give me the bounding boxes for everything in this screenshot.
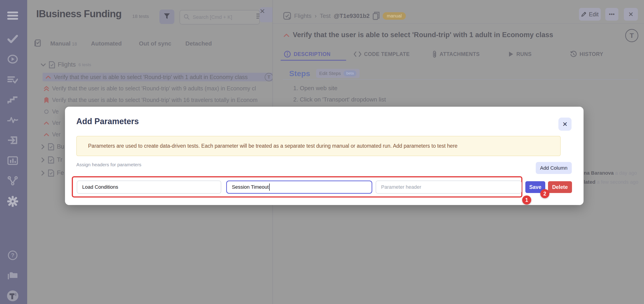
tab-automated[interactable]: Automated	[91, 40, 122, 47]
suite-doc-icon	[48, 156, 54, 164]
import-box-arrow-icon[interactable]	[6, 134, 19, 146]
add-column-button[interactable]: Add Column	[536, 162, 572, 174]
code-icon	[354, 52, 362, 57]
search-input[interactable]	[192, 14, 245, 20]
tab-out-of-sync[interactable]: Out of sync	[139, 40, 172, 47]
tab-runs[interactable]: RUNS	[508, 51, 532, 57]
more-actions-button[interactable]: •••	[605, 8, 618, 20]
tree-folder-label: Flights	[58, 61, 76, 68]
plans-list-check-icon[interactable]	[6, 74, 19, 86]
steps-heading: Steps	[289, 69, 310, 78]
edit-button[interactable]: Edit	[579, 8, 601, 20]
tab-manual-count: 18	[72, 42, 77, 46]
testomat-logo[interactable]	[6, 290, 19, 302]
annotation-step-1: 1	[522, 196, 531, 204]
delete-button[interactable]: Delete	[548, 181, 572, 193]
tree-folder-collapsed[interactable]: Tr	[41, 154, 62, 166]
test-title: Verify that the user is able to select '…	[293, 31, 553, 39]
test-row-selected[interactable]: Verify that the user is able to select '…	[42, 73, 274, 81]
tab-description[interactable]: DESCRIPTION	[284, 50, 330, 58]
chevron-right-icon[interactable]	[41, 144, 44, 149]
meta-author-line: na Baranova a day ago	[584, 168, 643, 178]
step-item: 1. Open web site	[293, 85, 338, 92]
status-badge: manual	[383, 12, 406, 20]
info-icon	[284, 50, 291, 58]
breadcrumb-test-label: Test	[320, 12, 330, 20]
tests-check-icon[interactable]	[6, 32, 19, 45]
meta-info: na Baranova a day ago lated a few second…	[584, 168, 643, 187]
parameter-header-input-2-focused[interactable]: Session Timeout	[226, 180, 372, 194]
settings-gear-icon[interactable]	[6, 195, 19, 208]
chevron-right-icon[interactable]	[41, 170, 44, 176]
help-question-icon[interactable]: ?	[6, 249, 19, 262]
suite-doc-icon	[48, 143, 54, 150]
priority-high-icon	[43, 122, 50, 124]
test-row[interactable]: Verify that the user is able to select '…	[43, 94, 272, 106]
priority-high-icon	[45, 76, 52, 78]
breadcrumb-folder[interactable]: Flights	[294, 12, 312, 20]
test-title: Ver	[52, 120, 61, 126]
tab-label: RUNS	[516, 51, 532, 57]
projects-folders-icon[interactable]	[6, 269, 19, 282]
analytics-bar-chart-icon[interactable]	[6, 154, 19, 167]
tab-detached[interactable]: Detached	[186, 40, 212, 47]
search-box	[180, 10, 260, 24]
svg-text:?: ?	[11, 252, 14, 258]
menu-icon[interactable]	[6, 9, 19, 22]
filter-close-button[interactable]: ✕	[260, 7, 274, 22]
header-divider	[273, 24, 644, 24]
branch-icon[interactable]	[6, 174, 19, 187]
steps-header: Steps Edit Steps beta	[289, 69, 360, 78]
edit-steps-button[interactable]: Edit Steps beta	[316, 69, 360, 78]
tab-manual[interactable]: Manual18	[50, 40, 77, 47]
paperclip-icon	[432, 50, 437, 58]
clipboard-check-icon	[34, 40, 41, 48]
tree-folder-flights[interactable]: Flights 6 tests	[41, 59, 91, 70]
tree-folder-collapsed[interactable]: Fe	[41, 167, 64, 179]
tab-history[interactable]: HISTORY	[570, 51, 603, 58]
chevron-right-icon[interactable]	[41, 158, 44, 162]
run-play-icon[interactable]	[6, 53, 19, 66]
beta-badge: beta	[344, 70, 356, 76]
synced-badge-icon: T	[265, 73, 273, 81]
suite-tabs: Manual18 Automated Out of sync Detached	[34, 38, 212, 48]
tree-folder-collapsed[interactable]: Bu	[41, 141, 64, 152]
suite-doc-icon	[49, 61, 55, 68]
funnel-icon	[164, 13, 170, 20]
tree-folder-label: Tr	[57, 156, 62, 163]
edit-steps-label: Edit Steps	[319, 71, 341, 76]
test-row[interactable]: Verify that the user is able to select '…	[43, 83, 272, 94]
tree-folder-label: Bu	[57, 143, 64, 150]
detail-tabs: DESCRIPTION CODE TEMPLATE ATTACHMENTS RU…	[284, 50, 603, 58]
parameter-header-input-1[interactable]	[77, 180, 221, 194]
history-icon	[570, 51, 577, 58]
synced-badge-icon[interactable]: T	[625, 29, 638, 42]
modal-close-button[interactable]: ✕	[558, 118, 572, 131]
pencil-icon	[581, 12, 586, 17]
bookmark-icon	[43, 97, 50, 103]
modal-title: Add Parameters	[76, 117, 139, 126]
active-tab-underline	[280, 60, 346, 61]
priority-high-icon	[43, 133, 50, 136]
tab-label: DESCRIPTION	[294, 51, 330, 57]
add-parameters-modal: Add Parameters ✕ Parameters are used to …	[65, 107, 584, 205]
priority-high-icon	[284, 34, 289, 37]
tab-code-template[interactable]: CODE TEMPLATE	[354, 51, 410, 57]
info-banner: Parameters are used to create data-drive…	[76, 136, 561, 156]
chevron-down-icon[interactable]	[41, 63, 46, 66]
test-title-row: Verify that the user is able to select '…	[284, 31, 624, 39]
test-title: Ver	[52, 131, 61, 138]
breadcrumb: Flights › Test @T1e9301b2 manual	[283, 12, 406, 20]
copy-icon[interactable]	[373, 12, 380, 20]
milestones-stairs-icon[interactable]	[6, 94, 19, 106]
tab-attachments[interactable]: ATTACHMENTS	[432, 50, 480, 58]
search-icon	[184, 14, 190, 20]
pulse-activity-icon[interactable]	[6, 114, 19, 126]
suite-tests-count: 18 tests	[132, 14, 149, 19]
filter-button[interactable]	[160, 10, 174, 24]
assign-headers-label: Assign headers for parameters	[76, 162, 141, 168]
parameter-header-input-3[interactable]	[376, 180, 522, 194]
tree-folder-label: Fe	[57, 170, 64, 176]
circle-outline-icon	[43, 109, 50, 114]
close-detail-button[interactable]: ✕	[624, 8, 638, 20]
